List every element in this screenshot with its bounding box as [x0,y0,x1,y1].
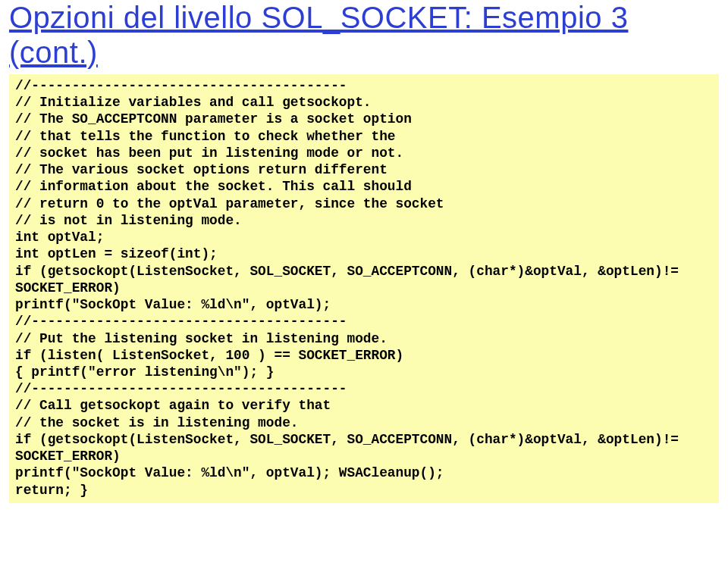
page-title: Opzioni del livello SOL_SOCKET: Esempio … [9,0,719,70]
document-page: Opzioni del livello SOL_SOCKET: Esempio … [0,0,728,508]
code-listing: //--------------------------------------… [9,74,719,503]
